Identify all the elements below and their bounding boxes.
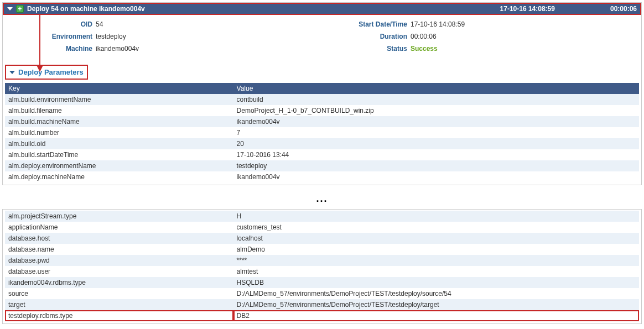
parameters-table-1: Key Value alm.build.environmentNamecontb… xyxy=(5,83,639,182)
param-key: database.user xyxy=(5,266,233,277)
param-value: D:/ALMDemo_57/environments/DemoProject/T… xyxy=(233,299,639,310)
oid-label: OID xyxy=(7,20,96,28)
deploy-panel: + Deploy 54 on machine ikandemo004v 17-1… xyxy=(2,2,642,185)
param-key: alm.build.number xyxy=(5,127,233,138)
table-row: sourceD:/ALMDemo_57/environments/DemoPro… xyxy=(5,288,639,299)
param-value: almDemo xyxy=(233,244,639,255)
param-key: database.host xyxy=(5,233,233,244)
param-value: 7 xyxy=(233,127,639,138)
table-row: alm.build.startDateTime17-10-2016 13:44 xyxy=(5,149,639,160)
table-row: testdeploy.rdbms.typeDB2 xyxy=(5,310,639,321)
table-row: alm.build.machineNameikandemo004v xyxy=(5,116,639,127)
param-key: source xyxy=(5,288,233,299)
table-row: ikandemo004v.rdbms.typeHSQLDB xyxy=(5,277,639,288)
param-value: HSQLDB xyxy=(233,277,639,288)
table-row: database.hostlocalhost xyxy=(5,233,639,244)
table-row: applicationNamecustomers_test xyxy=(5,222,639,233)
table-row: alm.deploy.environmentNametestdeploy xyxy=(5,160,639,171)
param-key: alm.deploy.environmentName xyxy=(5,160,233,171)
param-key: ikandemo004v.rdbms.type xyxy=(5,277,233,288)
ellipsis-separator: ... xyxy=(2,189,642,209)
table-row: alm.build.number7 xyxy=(5,127,639,138)
plus-icon: + xyxy=(16,5,24,13)
table-row: alm.build.filenameDemoProject_H_1-0_b7_C… xyxy=(5,105,639,116)
machine-label: Machine xyxy=(7,45,96,53)
param-key: database.pwd xyxy=(5,255,233,266)
table-row: database.pwd**** xyxy=(5,255,639,266)
param-key: alm.projectStream.type xyxy=(5,211,233,222)
status-value: Success xyxy=(411,45,438,53)
start-value: 17-10-16 14:08:59 xyxy=(411,20,465,28)
table-row: alm.deploy.machineNameikandemo004v xyxy=(5,171,639,182)
param-key: target xyxy=(5,299,233,310)
start-label: Start Date/Time xyxy=(322,20,411,28)
chevron-down-icon xyxy=(9,71,15,74)
param-key: alm.deploy.machineName xyxy=(5,171,233,182)
param-key: alm.build.machineName xyxy=(5,116,233,127)
deploy-datetime: 17-10-16 14:08:59 xyxy=(500,5,555,13)
table-header-row: Key Value xyxy=(5,83,639,94)
table-row: alm.projectStream.typeH xyxy=(5,211,639,222)
deploy-duration: 00:00:06 xyxy=(610,5,637,13)
param-key: alm.build.environmentName xyxy=(5,94,233,105)
table-row: alm.build.environmentNamecontbuild xyxy=(5,94,639,105)
param-value: localhost xyxy=(233,233,639,244)
param-key: testdeploy.rdbms.type xyxy=(5,310,233,321)
oid-value: 54 xyxy=(96,20,103,28)
duration-label: Duration xyxy=(322,33,411,40)
deploy-title: Deploy 54 on machine ikandemo004v xyxy=(27,5,500,13)
section-title: Deploy Parameters xyxy=(18,68,84,76)
param-key: alm.build.startDateTime xyxy=(5,149,233,160)
param-value: DB2 xyxy=(233,310,639,321)
machine-value: ikandemo004v xyxy=(96,45,139,53)
deploy-parameters-header[interactable]: Deploy Parameters xyxy=(6,66,87,79)
param-value: DemoProject_H_1-0_b7_CONTBUILD_win.zip xyxy=(233,105,639,116)
param-key: applicationName xyxy=(5,222,233,233)
col-value: Value xyxy=(233,83,639,94)
parameters-table-2: alm.projectStream.typeHapplicationNamecu… xyxy=(5,211,639,321)
table-row: targetD:/ALMDemo_57/environments/DemoPro… xyxy=(5,299,639,310)
table-row: database.namealmDemo xyxy=(5,244,639,255)
param-value: ikandemo004v xyxy=(233,171,639,182)
deploy-panel-header[interactable]: + Deploy 54 on machine ikandemo004v 17-1… xyxy=(3,3,641,15)
status-label: Status xyxy=(322,45,411,53)
param-key: alm.build.oid xyxy=(5,138,233,149)
param-key: database.name xyxy=(5,244,233,255)
env-value: testdeploy xyxy=(96,33,126,40)
param-value: contbuild xyxy=(233,94,639,105)
duration-value: 00:00:06 xyxy=(411,33,437,40)
param-value: **** xyxy=(233,255,639,266)
parameters-table-2-panel: alm.projectStream.typeHapplicationNamecu… xyxy=(2,209,642,324)
col-key: Key xyxy=(5,83,233,94)
table-row: database.useralmtest xyxy=(5,266,639,277)
table-row: alm.build.oid20 xyxy=(5,138,639,149)
deploy-details: OID 54 Start Date/Time 17-10-16 14:08:59… xyxy=(3,15,641,65)
param-key: alm.build.filename xyxy=(5,105,233,116)
param-value: 20 xyxy=(233,138,639,149)
param-value: customers_test xyxy=(233,222,639,233)
param-value: almtest xyxy=(233,266,639,277)
param-value: D:/ALMDemo_57/environments/DemoProject/T… xyxy=(233,288,639,299)
chevron-down-icon xyxy=(7,7,13,11)
param-value: ikandemo004v xyxy=(233,116,639,127)
param-value: testdeploy xyxy=(233,160,639,171)
env-label: Environment xyxy=(7,33,96,40)
param-value: 17-10-2016 13:44 xyxy=(233,149,639,160)
param-value: H xyxy=(233,211,639,222)
